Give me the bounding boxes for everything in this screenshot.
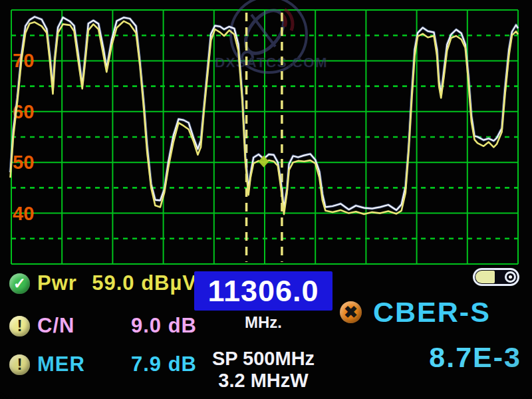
- satellite-meter-screen: DXSATCS.COM70605040 ✓ Pwr 59.0 dBµV ! C/…: [0, 0, 532, 399]
- reading-row-power: ✓ Pwr 59.0 dBµV: [9, 270, 197, 297]
- y-axis-label: 40: [13, 203, 34, 224]
- span-setting: SP 500MHz: [181, 348, 346, 370]
- cross-glyph: ✖: [344, 304, 358, 321]
- check-glyph: ✓: [13, 276, 26, 291]
- frequency-unit: MHz.: [194, 313, 332, 332]
- watermark-text: DXSATCS.COM: [215, 55, 328, 70]
- spectrum-chart: DXSATCS.COM70605040: [0, 0, 532, 267]
- power-value: 59.0 dBµV: [92, 271, 197, 295]
- cber-row: ✖ CBER-S: [340, 296, 491, 329]
- cber-value: 8.7E-3: [429, 341, 521, 374]
- reading-row-mer: ! MER 7.9 dB: [9, 351, 197, 378]
- status-ok-icon: ✓: [9, 273, 30, 294]
- battery-cap: [505, 271, 516, 283]
- y-axis-label: 50: [13, 152, 34, 173]
- cn-label: C/N: [37, 314, 74, 338]
- cber-label: CBER-S: [373, 296, 491, 329]
- frequency-display: 11306.0: [194, 271, 332, 311]
- exclamation-glyph: !: [17, 319, 23, 334]
- warning-icon: !: [9, 316, 30, 336]
- cn-value: 9.0 dB: [131, 314, 197, 338]
- warning-icon: !: [9, 354, 30, 375]
- power-label: Pwr: [37, 271, 77, 295]
- battery-level: [475, 271, 495, 283]
- exclamation-glyph: !: [17, 357, 23, 372]
- bandwidth-setting: 3.2 MHzW: [181, 370, 346, 392]
- reading-row-cn: ! C/N 9.0 dB: [9, 313, 197, 339]
- status-fail-icon: ✖: [340, 301, 362, 323]
- battery-icon: [473, 268, 519, 286]
- mer-label: MER: [37, 352, 85, 376]
